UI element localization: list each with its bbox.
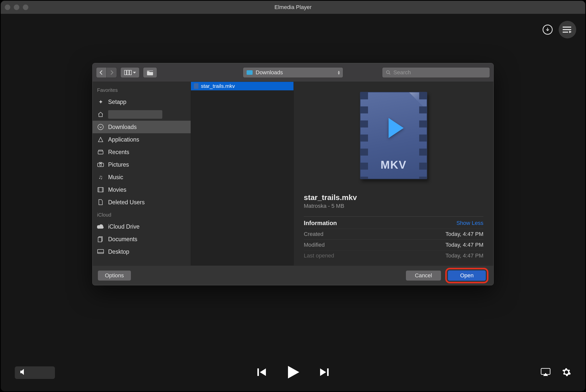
open-button-highlight: Open — [445, 268, 488, 283]
sidebar-item-desktop[interactable]: Desktop — [93, 245, 191, 258]
close-window-button[interactable] — [5, 5, 10, 10]
chevron-updown-icon: ▲▼ — [337, 70, 340, 75]
play-button[interactable] — [285, 365, 301, 381]
search-placeholder: Search — [393, 69, 411, 76]
preview-meta: Matroska - 5 MB — [304, 203, 483, 209]
recents-icon — [97, 150, 104, 155]
sidebar-item-label: Setapp — [108, 99, 126, 105]
sidebar-item-label: Music — [108, 174, 123, 181]
previous-button[interactable] — [256, 367, 267, 378]
desktop-icon — [97, 249, 104, 254]
nav-back-button[interactable] — [96, 67, 107, 78]
sidebar-item-movies[interactable]: Movies — [93, 183, 191, 196]
player-controls — [1, 363, 585, 383]
applications-icon — [97, 137, 104, 142]
airplay-button[interactable] — [541, 368, 551, 377]
svg-point-9 — [387, 71, 390, 74]
info-row-last-opened: Last opened Today, 4:47 PM — [304, 250, 483, 261]
home-icon — [97, 112, 104, 117]
setapp-icon: ✦ — [97, 99, 104, 105]
open-button[interactable]: Open — [448, 270, 486, 281]
sidebar-item-music[interactable]: ♫ Music — [93, 171, 191, 183]
svg-marker-3 — [569, 31, 572, 33]
svg-point-10 — [98, 124, 103, 130]
dialog-toolbar: Downloads ▲▼ Search — [93, 63, 493, 82]
volume-slider[interactable] — [15, 366, 55, 379]
view-mode-button[interactable] — [120, 67, 139, 78]
svg-rect-5 — [127, 70, 129, 75]
svg-rect-4 — [124, 70, 126, 75]
cloud-icon — [97, 224, 104, 229]
window-title: Elmedia Player — [1, 4, 585, 11]
svg-marker-7 — [133, 72, 136, 74]
document-icon — [194, 83, 198, 89]
svg-rect-0 — [563, 27, 571, 28]
svg-rect-11 — [98, 151, 103, 154]
nav-forward-button[interactable] — [107, 67, 117, 78]
favorites-header: Favorites — [93, 84, 191, 96]
sidebar-item-documents[interactable]: Documents — [93, 233, 191, 245]
sidebar-item-label: Recents — [108, 149, 129, 156]
group-button[interactable] — [143, 67, 157, 78]
show-less-button[interactable]: Show Less — [456, 220, 483, 226]
sidebar-item-setapp[interactable]: ✦ Setapp — [93, 96, 191, 108]
svg-rect-19 — [98, 249, 104, 253]
svg-rect-12 — [99, 150, 103, 151]
info-row-modified: Modified Today, 4:47 PM — [304, 239, 483, 250]
cancel-button[interactable]: Cancel — [406, 270, 441, 281]
downloads-icon[interactable] — [543, 25, 553, 35]
svg-rect-20 — [257, 368, 259, 376]
mkv-badge: MKV — [360, 159, 427, 171]
sidebar-item-deleted-users[interactable]: Deleted Users — [93, 196, 191, 209]
next-button[interactable] — [319, 367, 330, 378]
movies-icon — [97, 187, 104, 192]
svg-marker-21 — [260, 368, 266, 376]
downloads-folder-icon — [97, 124, 104, 130]
preview-pane: MKV star_trails.mkv Matroska - 5 MB Info… — [294, 82, 493, 266]
zoom-window-button[interactable] — [23, 5, 28, 10]
sidebar-item-label — [108, 110, 162, 119]
file-icon — [97, 199, 104, 205]
svg-rect-2 — [563, 32, 568, 33]
open-dialog: Downloads ▲▼ Search Favorites ✦ Setapp — [92, 63, 494, 285]
sidebar-item-pictures[interactable]: Pictures — [93, 158, 191, 171]
options-button[interactable]: Options — [98, 270, 131, 281]
svg-rect-1 — [563, 29, 571, 30]
settings-button[interactable] — [562, 367, 571, 378]
sidebar-item-label: Applications — [108, 136, 139, 143]
sidebar-item-downloads[interactable]: Downloads — [93, 121, 191, 133]
file-row[interactable]: star_trails.mkv — [191, 82, 294, 90]
search-input[interactable]: Search — [382, 67, 490, 78]
sidebar-item-label: Documents — [108, 236, 137, 243]
svg-rect-18 — [98, 237, 102, 242]
documents-icon — [97, 236, 104, 242]
location-label: Downloads — [256, 69, 283, 76]
titlebar: Elmedia Player — [1, 1, 585, 14]
info-header: Information — [304, 220, 337, 227]
sidebar-item-label: Downloads — [108, 124, 137, 130]
file-name: star_trails.mkv — [201, 83, 235, 89]
volume-icon — [20, 368, 27, 377]
traffic-lights — [5, 5, 28, 10]
file-list: star_trails.mkv — [191, 82, 294, 266]
sidebar-item-home[interactable] — [93, 108, 191, 121]
minimize-window-button[interactable] — [14, 5, 19, 10]
sidebar-item-label: Desktop — [108, 248, 129, 255]
sidebar-item-label: Deleted Users — [108, 199, 145, 206]
dialog-footer: Options Cancel Open — [93, 266, 493, 285]
sidebar: Favorites ✦ Setapp Downloads — [93, 82, 191, 266]
svg-rect-24 — [327, 368, 329, 376]
location-dropdown[interactable]: Downloads ▲▼ — [243, 67, 343, 78]
mkv-file-icon: MKV — [360, 92, 427, 179]
sidebar-item-label: Movies — [108, 186, 126, 193]
svg-rect-6 — [129, 70, 131, 75]
playlist-button[interactable] — [559, 21, 576, 38]
svg-rect-8 — [147, 70, 153, 71]
sidebar-item-recents[interactable]: Recents — [93, 146, 191, 158]
preview-filename: star_trails.mkv — [304, 193, 483, 202]
sidebar-item-label: iCloud Drive — [108, 223, 139, 230]
sidebar-item-icloud-drive[interactable]: iCloud Drive — [93, 220, 191, 233]
svg-marker-22 — [288, 366, 299, 378]
sidebar-item-applications[interactable]: Applications — [93, 133, 191, 146]
svg-marker-23 — [320, 368, 326, 376]
